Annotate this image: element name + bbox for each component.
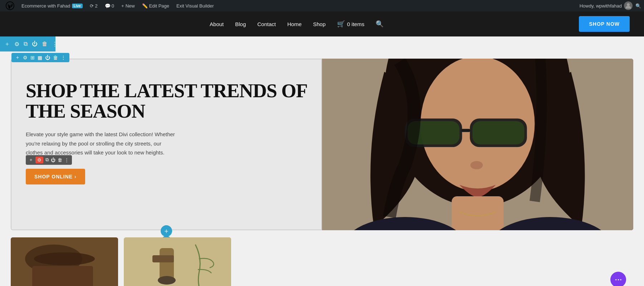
svg-point-21: [158, 276, 176, 285]
section-power-tool[interactable]: ⏻: [32, 41, 38, 47]
section-more-tool[interactable]: ⋮: [52, 41, 58, 48]
updates-count: 2: [95, 3, 98, 9]
module-toolbar: ＋ ⚙ ⧉ ⏻ 🗑 ⋮: [26, 155, 72, 165]
svg-rect-6: [461, 129, 470, 132]
site-name-bar-item[interactable]: Ecommerce with Fahad Live: [19, 3, 86, 9]
nav-about[interactable]: About: [210, 21, 224, 27]
comments-bar-item[interactable]: 💬 0: [102, 3, 117, 9]
row-columns-tool[interactable]: ⊞: [30, 55, 35, 60]
row-add-tool[interactable]: ＋: [15, 54, 20, 61]
nav-contact[interactable]: Contact: [257, 21, 276, 27]
new-label: New: [126, 3, 135, 9]
module-delete-tool[interactable]: 🗑: [58, 157, 62, 163]
section-toolbar: ＋ ⚙ ⧉ ⏻ 🗑 ⋮: [0, 36, 55, 51]
wordpress-icon: [6, 1, 14, 10]
bottom-thumbs: [11, 237, 633, 286]
hero-heading: SHOP THE LATEST TRENDS OF THE SEASON: [26, 81, 307, 121]
button-module-wrapper: ＋ ⚙ ⧉ ⏻ 🗑 ⋮ SHOP ONLINE ›: [26, 169, 85, 184]
admin-search-icon[interactable]: 🔍: [635, 3, 641, 9]
module-settings-tool[interactable]: ⚙: [35, 157, 43, 163]
row-grid-tool[interactable]: ▦: [38, 55, 42, 60]
nav-blog[interactable]: Blog: [235, 21, 246, 27]
module-duplicate-tool[interactable]: ⧉: [45, 157, 49, 163]
section-add-tool[interactable]: ＋: [4, 40, 10, 48]
site-navigation: About Blog Contact Home Shop 🛒 0 items 🔍…: [0, 11, 644, 36]
more-options-float-button[interactable]: ⋯: [610, 272, 626, 286]
nav-links: About Blog Contact Home Shop 🛒 0 items 🔍: [14, 20, 579, 28]
nav-home[interactable]: Home: [287, 21, 302, 27]
wp-admin-bar: Ecommerce with Fahad Live ⟳ 2 💬 0 + New …: [0, 0, 644, 11]
nav-shop[interactable]: Shop: [313, 21, 326, 27]
ellipsis-icon: ⋯: [615, 275, 622, 284]
page-content: ＋ ⚙ ⊞ ▦ ⏻ 🗑 ⋮ SHOP THE LATEST TRENDS OF …: [0, 51, 644, 286]
section-settings-tool[interactable]: ⚙: [14, 41, 19, 48]
cart-icon: 🛒: [337, 20, 345, 28]
site-name-text: Ecommerce with Fahad: [21, 3, 70, 9]
row-more-tool[interactable]: ⋮: [61, 55, 66, 60]
svg-point-0: [627, 3, 630, 6]
svg-point-9: [470, 161, 483, 169]
module-power-tool[interactable]: ⏻: [51, 157, 55, 163]
svg-rect-15: [32, 266, 93, 286]
add-module-button[interactable]: ＋: [161, 225, 172, 237]
shop-now-button[interactable]: SHOP NOW: [579, 16, 630, 32]
svg-rect-20: [152, 255, 174, 262]
hero-description: Elevate your style game with the latest …: [26, 130, 176, 157]
pencil-icon: ✏️: [142, 3, 148, 9]
module-add-tool[interactable]: ＋: [29, 157, 33, 163]
updates-bar-item[interactable]: ⟳ 2: [87, 3, 101, 9]
exit-visual-builder-item[interactable]: Exit Visual Builder: [174, 3, 217, 9]
hero-section: ＋ ⚙ ⊞ ▦ ⏻ 🗑 ⋮ SHOP THE LATEST TRENDS OF …: [11, 59, 633, 230]
new-bar-item[interactable]: + New: [118, 3, 138, 9]
live-badge: Live: [72, 4, 83, 8]
thumb-card-1: [11, 237, 118, 286]
section-duplicate-tool[interactable]: ⧉: [24, 41, 28, 47]
svg-point-17: [34, 252, 95, 265]
row-power-tool[interactable]: ⏻: [45, 55, 50, 60]
svg-rect-8: [473, 121, 525, 144]
row-settings-tool[interactable]: ⚙: [23, 55, 28, 60]
bottom-thumbnails-area: ⋯: [11, 237, 633, 286]
site-search-icon[interactable]: 🔍: [376, 20, 384, 28]
wp-logo-link[interactable]: [3, 1, 17, 10]
hero-left-column: ＋ ⚙ ⊞ ▦ ⏻ 🗑 ⋮ SHOP THE LATEST TRENDS OF …: [11, 59, 322, 230]
shop-online-button[interactable]: SHOP ONLINE ›: [26, 169, 85, 184]
comments-count: 0: [112, 3, 114, 9]
row-delete-tool[interactable]: 🗑: [53, 55, 58, 60]
comments-icon: 💬: [105, 3, 111, 9]
module-more-tool[interactable]: ⋮: [64, 157, 69, 163]
row-toolbar: ＋ ⚙ ⊞ ▦ ⏻ 🗑 ⋮: [11, 53, 69, 62]
thumb-card-2: [124, 237, 231, 286]
hero-image: [322, 59, 633, 230]
edit-page-label: Edit Page: [149, 3, 169, 9]
howdy-section: Howdy, wpwithfahad: [580, 1, 633, 10]
exit-vb-label: Exit Visual Builder: [176, 3, 214, 9]
section-delete-tool[interactable]: 🗑: [42, 41, 48, 47]
svg-rect-10: [452, 196, 504, 230]
plus-icon: +: [121, 3, 124, 9]
howdy-text: Howdy, wpwithfahad: [580, 3, 622, 9]
nav-cart[interactable]: 🛒 0 items: [337, 20, 364, 28]
updates-icon: ⟳: [90, 3, 94, 9]
avatar: [624, 1, 633, 10]
edit-page-bar-item[interactable]: ✏️ Edit Page: [139, 3, 172, 9]
svg-rect-18: [124, 237, 231, 286]
hero-right-column: [322, 59, 633, 230]
